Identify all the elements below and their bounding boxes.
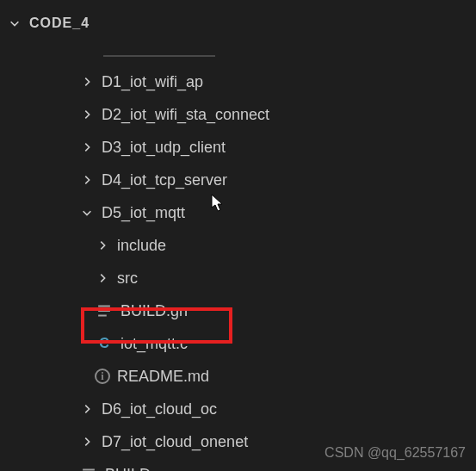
chevron-right-icon	[79, 172, 95, 188]
tree-item[interactable]: D4_iot_tcp_server	[0, 164, 476, 196]
truncated-item	[103, 40, 215, 57]
tree-item-label: D3_iot_udp_client	[102, 139, 226, 157]
tree-item[interactable]: src	[0, 262, 476, 294]
chevron-right-icon	[79, 74, 95, 90]
root-folder[interactable]: CODE_4	[0, 7, 476, 40]
tree-item[interactable]: BUILD.gn	[0, 294, 476, 327]
tree-item-label: D5_iot_mqtt	[102, 204, 185, 222]
chevron-right-icon	[95, 238, 110, 253]
tree-item-label: D2_iot_wifi_sta_connect	[102, 106, 269, 124]
tree-item-label: D4_iot_tcp_server	[102, 171, 227, 189]
tree-item[interactable]: iREADME.md	[0, 360, 476, 393]
tree-item[interactable]: Ciot_mqtt.c	[0, 327, 476, 360]
chevron-down-icon	[7, 15, 22, 31]
tree-item[interactable]: D6_iot_cloud_oc	[0, 393, 476, 425]
tree-item-label: D1_iot_wifi_ap	[102, 73, 203, 91]
chevron-down-icon	[79, 205, 95, 220]
tree-item[interactable]: D2_iot_wifi_sta_connect	[0, 98, 476, 131]
chevron-right-icon	[79, 434, 95, 449]
chevron-right-icon	[95, 270, 110, 286]
chevron-right-icon	[79, 107, 95, 122]
file-explorer-tree: CODE_4 D1_iot_wifi_apD2_iot_wifi_sta_con…	[0, 0, 476, 471]
tree-item-label: D7_iot_cloud_onenet	[102, 433, 248, 451]
tree-item[interactable]: D1_iot_wifi_ap	[0, 65, 476, 98]
tree-item-label: iot_mqtt.c	[121, 335, 188, 353]
c-file-icon: C	[95, 334, 114, 353]
tree-item-label: D6_iot_cloud_oc	[102, 400, 217, 418]
tree-item[interactable]: D3_iot_udp_client	[0, 131, 476, 164]
build-file-icon	[95, 301, 114, 320]
chevron-right-icon	[79, 139, 95, 155]
tree-item[interactable]: D5_iot_mqtt	[0, 196, 476, 229]
chevron-right-icon	[79, 401, 95, 417]
watermark-text: CSDN @qq_62557167	[325, 445, 466, 461]
tree-item-label: README.md	[117, 368, 209, 386]
tree-item-label: include	[117, 237, 166, 255]
info-file-icon: i	[95, 369, 110, 384]
tree-item-label: BUILD.gn	[121, 302, 188, 320]
tree-item-label: BUILD.gn	[105, 466, 172, 472]
root-label: CODE_4	[29, 15, 90, 31]
tree-item[interactable]: include	[0, 229, 476, 262]
tree-item-label: src	[117, 270, 138, 288]
build-file-icon	[79, 465, 98, 471]
